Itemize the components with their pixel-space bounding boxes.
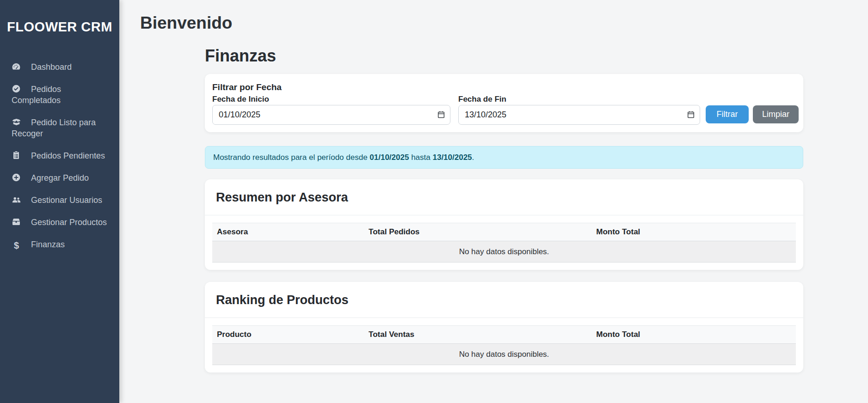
productos-card-body: Producto Total Ventas Monto Total No hay… <box>205 318 803 372</box>
filter-card-title: Filtrar por Fecha <box>212 81 796 93</box>
start-date-input[interactable] <box>212 105 450 125</box>
start-date-wrap <box>212 105 450 125</box>
sidebar-item-label: Pedido Listo para Recoger <box>12 118 96 138</box>
productos-ranking-card: Ranking de Productos Producto Total Vent… <box>205 282 803 372</box>
productos-table: Producto Total Ventas Monto Total No hay… <box>212 325 796 365</box>
sidebar-item-pedidos-pendientes[interactable]: Pedidos Pendientes <box>0 145 119 167</box>
monto-total-col-header: Monto Total <box>591 223 796 241</box>
filter-buttons: Filtrar Limpiar <box>706 105 799 125</box>
app-window: FLOOWER CRM Dashboard <box>0 0 868 403</box>
asesora-summary-card: Resumen por Asesora Asesora Total Pedido… <box>205 179 803 270</box>
producto-col-header: Producto <box>212 326 364 344</box>
sidebar-item-label: Pedidos Pendientes <box>31 151 105 160</box>
start-date-label: Fecha de Inicio <box>212 94 450 104</box>
alert-end-date: 13/10/2025 <box>432 153 472 162</box>
productos-table-header-row: Producto Total Ventas Monto Total <box>212 326 796 344</box>
end-date-label: Fecha de Fin <box>458 94 700 104</box>
box-icon <box>12 217 21 226</box>
asesora-table: Asesora Total Pedidos Monto Total No hay… <box>212 223 796 263</box>
start-date-calendar-icon[interactable] <box>437 110 445 119</box>
productos-empty-message: No hay datos disponibles. <box>212 344 796 365</box>
main-content: Bienvenido Finanzas Filtrar por Fecha Fe… <box>119 0 868 403</box>
end-date-input[interactable] <box>458 105 700 125</box>
total-ventas-col-header: Total Ventas <box>364 326 591 344</box>
alert-text-suffix: . <box>472 153 474 162</box>
sidebar-item-agregar-pedido[interactable]: Agregar Pedido <box>0 167 119 189</box>
asesora-empty-message: No hay datos disponibles. <box>212 241 796 263</box>
dollar-icon: $ <box>12 240 21 249</box>
sidebar-item-gestionar-usuarios[interactable]: Gestionar Usuarios <box>0 189 119 211</box>
sidebar-item-label: Gestionar Usuarios <box>31 195 102 205</box>
sidebar-item-pedido-listo[interactable]: Pedido Listo para Recoger <box>0 111 119 145</box>
sidebar: FLOOWER CRM Dashboard <box>0 0 119 403</box>
box-open-icon <box>12 117 21 127</box>
sidebar-item-label: Dashboard <box>31 62 72 72</box>
alert-start-date: 01/10/2025 <box>369 153 409 162</box>
sidebar-item-label: Agregar Pedido <box>31 173 89 183</box>
sidebar-item-pedidos-completados[interactable]: Pedidos Completados <box>0 78 119 111</box>
brand-logo[interactable]: FLOOWER CRM <box>0 0 119 35</box>
end-date-calendar-icon[interactable] <box>687 110 695 119</box>
users-icon <box>12 195 21 204</box>
sidebar-item-finanzas[interactable]: $Finanzas <box>0 233 119 256</box>
monto-total-col-header: Monto Total <box>591 326 796 344</box>
alert-text-prefix: Mostrando resultados para el período des… <box>213 153 369 162</box>
productos-empty-row: No hay datos disponibles. <box>212 344 796 365</box>
asesora-table-header-row: Asesora Total Pedidos Monto Total <box>212 223 796 241</box>
sidebar-item-label: Gestionar Productos <box>31 218 107 227</box>
end-date-wrap <box>458 105 700 125</box>
asesora-empty-row: No hay datos disponibles. <box>212 241 796 263</box>
plus-circle-icon <box>12 173 21 182</box>
start-date-field-group: Fecha de Inicio <box>212 94 450 125</box>
end-date-field-group: Fecha de Fin <box>458 94 700 125</box>
section-title: Finanzas <box>205 45 803 67</box>
check-circle-icon <box>12 84 21 93</box>
sidebar-item-gestionar-productos[interactable]: Gestionar Productos <box>0 211 119 233</box>
clear-button[interactable]: Limpiar <box>753 105 799 123</box>
total-pedidos-col-header: Total Pedidos <box>364 223 591 241</box>
filter-card: Filtrar por Fecha Fecha de Inicio <box>205 74 803 132</box>
gauge-icon <box>12 62 21 71</box>
asesora-card-title: Resumen por Asesora <box>205 179 803 215</box>
productos-card-title: Ranking de Productos <box>205 282 803 318</box>
asesora-card-body: Asesora Total Pedidos Monto Total No hay… <box>205 215 803 270</box>
sidebar-nav: Dashboard Pedidos Completados Pedido Lis <box>0 56 119 256</box>
filter-row: Fecha de Inicio <box>212 94 796 125</box>
filter-button[interactable]: Filtrar <box>706 105 749 123</box>
asesora-col-header: Asesora <box>212 223 364 241</box>
alert-text-middle: hasta <box>409 153 432 162</box>
page-title: Bienvenido <box>140 13 847 33</box>
clipboard-list-icon <box>12 151 21 160</box>
sidebar-item-dashboard[interactable]: Dashboard <box>0 56 119 78</box>
sidebar-item-label: Finanzas <box>31 240 65 249</box>
finanzas-section: Finanzas Filtrar por Fecha Fecha de Inic… <box>205 45 803 372</box>
results-period-alert: Mostrando resultados para el período des… <box>205 146 803 169</box>
